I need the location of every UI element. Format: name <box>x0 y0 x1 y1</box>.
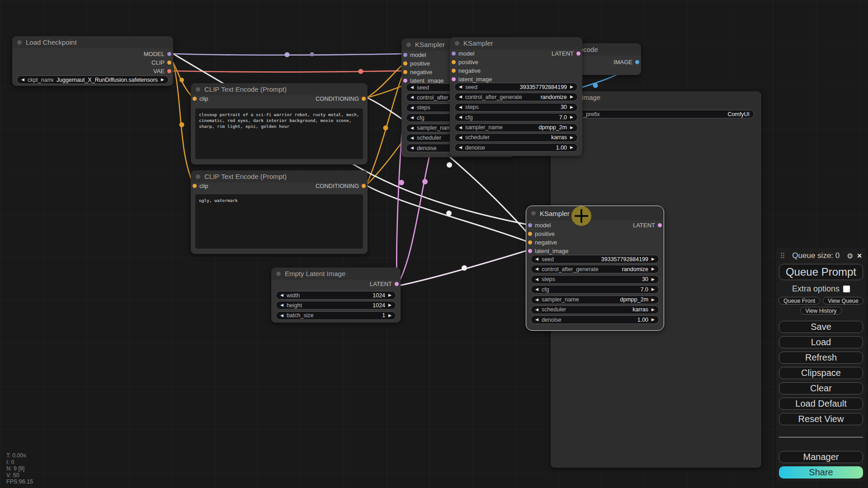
model-port-icon[interactable] <box>528 223 532 227</box>
collapse-dot-icon[interactable] <box>276 272 281 276</box>
model-port-icon[interactable] <box>167 52 171 56</box>
left-arrow-icon[interactable] <box>410 85 414 89</box>
left-arrow-icon[interactable] <box>459 136 462 140</box>
prompt-textarea[interactable]: ugly, watermark <box>195 194 363 249</box>
collapse-dot-icon[interactable] <box>531 211 536 216</box>
image-port-icon[interactable] <box>635 60 639 64</box>
drag-handle-icon[interactable] <box>780 252 785 260</box>
collapse-dot-icon[interactable] <box>17 40 22 45</box>
input-model[interactable]: model <box>403 51 443 59</box>
latent-port-icon[interactable] <box>528 249 532 253</box>
input-negative[interactable]: negative <box>403 68 443 76</box>
input-negative[interactable]: negative <box>528 238 568 247</box>
view-queue-button[interactable]: View Queue <box>823 297 863 305</box>
load-button[interactable]: Load <box>779 336 863 348</box>
gear-icon[interactable] <box>847 252 853 260</box>
widget-filename-prefix[interactable]: filename_prefix ComfyUI <box>557 110 754 118</box>
output-clip[interactable]: CLIP <box>151 58 171 67</box>
widget-batch-size[interactable]: batch_size1 <box>276 311 396 320</box>
input-model[interactable]: model <box>528 221 568 230</box>
latent-port-icon[interactable] <box>452 77 456 81</box>
right-arrow-icon[interactable] <box>570 95 573 99</box>
node-title-bar[interactable]: Empty Latent Image <box>271 267 401 280</box>
widget-height[interactable]: height1024 <box>276 301 396 310</box>
input-positive[interactable]: positive <box>452 58 492 66</box>
widget-steps[interactable]: steps30 <box>531 275 659 284</box>
right-arrow-icon[interactable] <box>570 85 573 89</box>
left-arrow-icon[interactable] <box>21 78 24 82</box>
view-history-button[interactable]: View History <box>800 307 841 314</box>
input-latent-image[interactable]: latent_image <box>528 247 568 255</box>
left-arrow-icon[interactable] <box>459 115 462 119</box>
widget-cfg[interactable]: cfg7.0 <box>531 285 659 294</box>
input-positive[interactable]: positive <box>403 59 443 68</box>
node-load-checkpoint[interactable]: Load Checkpoint MODEL CLIP VAE ckpt_name… <box>12 36 173 86</box>
widget-denoise[interactable]: denoise1.00 <box>531 315 659 324</box>
conditioning-port-icon[interactable] <box>403 61 407 66</box>
input-clip[interactable]: clip <box>193 94 208 103</box>
collapse-dot-icon[interactable] <box>406 42 411 47</box>
queue-prompt-button[interactable]: Queue Prompt <box>779 264 863 280</box>
model-port-icon[interactable] <box>403 53 407 57</box>
queue-front-button[interactable]: Queue Front <box>778 297 820 305</box>
right-arrow-icon[interactable] <box>651 277 655 282</box>
model-port-icon[interactable] <box>452 52 456 56</box>
left-arrow-icon[interactable] <box>459 145 462 150</box>
widget-seed[interactable]: seed393357792884199 <box>454 83 578 91</box>
widget-width[interactable]: width1024 <box>276 291 396 300</box>
node-clip-text-encode-positive[interactable]: CLIP Text Encode (Prompt) clip CONDITION… <box>191 83 368 164</box>
left-arrow-icon[interactable] <box>459 85 462 89</box>
output-vae[interactable]: VAE <box>153 67 171 75</box>
left-arrow-icon[interactable] <box>410 116 414 120</box>
node-title-bar[interactable]: CLIP Text Encode (Prompt) <box>191 170 368 183</box>
clipspace-button[interactable]: Clipspace <box>779 367 863 379</box>
left-arrow-icon[interactable] <box>535 287 538 291</box>
input-clip[interactable]: clip <box>193 182 208 190</box>
right-arrow-icon[interactable] <box>161 78 164 82</box>
node-clip-text-encode-negative[interactable]: CLIP Text Encode (Prompt) clip CONDITION… <box>191 170 368 254</box>
right-arrow-icon[interactable] <box>651 298 655 302</box>
input-negative[interactable]: negative <box>452 66 492 75</box>
save-button[interactable]: Save <box>779 321 863 333</box>
collapse-dot-icon[interactable] <box>196 174 200 179</box>
right-arrow-icon[interactable] <box>570 105 573 109</box>
input-positive[interactable]: positive <box>528 230 568 238</box>
widget-ckpt-name[interactable]: ckpt_name Juggernaut_X_RunDiffusion.safe… <box>17 75 169 84</box>
latent-port-icon[interactable] <box>658 223 662 227</box>
conditioning-port-icon[interactable] <box>362 97 366 101</box>
node-title-bar[interactable]: KSampler <box>526 206 664 221</box>
collapse-dot-icon[interactable] <box>196 87 200 92</box>
conditioning-port-icon[interactable] <box>528 240 532 244</box>
reset-view-button[interactable]: Reset View <box>779 413 863 425</box>
extra-options-checkbox[interactable] <box>843 286 850 292</box>
node-title-bar[interactable]: CLIP Text Encode (Prompt) <box>191 83 368 95</box>
right-arrow-icon[interactable] <box>388 314 392 318</box>
left-arrow-icon[interactable] <box>410 146 414 150</box>
share-button[interactable]: Share <box>779 466 863 479</box>
widget-control-after-generate[interactable]: control_after_generaterandomize <box>531 265 659 273</box>
left-arrow-icon[interactable] <box>535 298 538 302</box>
right-arrow-icon[interactable] <box>388 303 392 307</box>
comfy-menu[interactable]: Queue size: 0 Queue Prompt Extra options… <box>776 248 866 481</box>
right-arrow-icon[interactable] <box>388 293 392 297</box>
left-arrow-icon[interactable] <box>459 105 462 109</box>
left-arrow-icon[interactable] <box>280 303 283 307</box>
widget-scheduler[interactable]: schedulerkarras <box>454 133 578 142</box>
right-arrow-icon[interactable] <box>651 287 655 291</box>
left-arrow-icon[interactable] <box>535 277 538 282</box>
left-arrow-icon[interactable] <box>410 106 414 110</box>
left-arrow-icon[interactable] <box>280 293 283 297</box>
widget-sampler-name[interactable]: sampler_namedpmpp_2m <box>454 123 578 132</box>
right-arrow-icon[interactable] <box>651 267 655 271</box>
right-arrow-icon[interactable] <box>570 136 573 140</box>
input-model[interactable]: model <box>452 49 492 58</box>
conditioning-port-icon[interactable] <box>403 70 407 74</box>
load-default-button[interactable]: Load Default <box>779 398 863 410</box>
node-ksampler-front[interactable]: KSampler model positive negative latent_… <box>450 37 582 156</box>
output-image[interactable]: IMAGE <box>613 58 639 66</box>
right-arrow-icon[interactable] <box>570 126 573 130</box>
vae-port-icon[interactable] <box>167 69 171 73</box>
widget-sampler-name[interactable]: sampler_namedpmpp_2m <box>531 296 659 304</box>
conditioning-port-icon[interactable] <box>452 60 456 64</box>
prompt-textarea[interactable]: closeup portrait of a sci-fi warrior rob… <box>195 108 363 159</box>
